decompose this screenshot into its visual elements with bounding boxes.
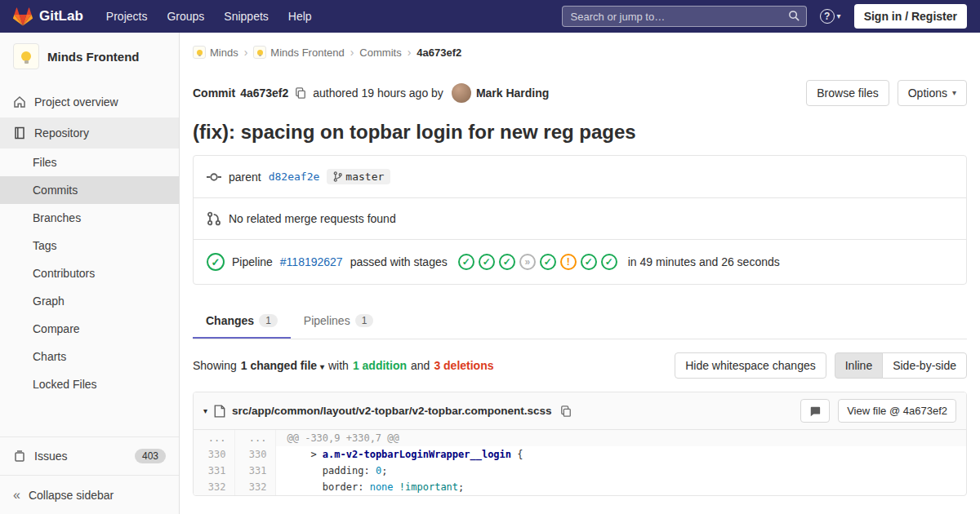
sidebar-item-project-overview[interactable]: Project overview	[0, 86, 179, 117]
pipeline-id-link[interactable]: #118192627	[280, 255, 343, 268]
collapse-sidebar-button[interactable]: « Collapse sidebar	[0, 475, 179, 514]
tab-pipelines[interactable]: Pipelines 1	[291, 304, 387, 339]
sidebar-nav: Project overview Repository	[0, 86, 179, 148]
inline-view-button[interactable]: Inline	[835, 352, 883, 379]
new-line-number[interactable]: 331	[234, 463, 275, 479]
pipeline-passed-icon[interactable]: ✓	[207, 253, 225, 271]
showing-label: Showing	[193, 359, 237, 372]
breadcrumb: Minds › Minds Frontend › Commits › 4a673…	[193, 33, 967, 72]
stage-passed-icon[interactable]: ✓	[458, 254, 474, 270]
sidebar-item-graph[interactable]: Graph	[0, 287, 179, 315]
hide-whitespace-button[interactable]: Hide whitespace changes	[675, 352, 826, 379]
sidebar-item-label: Issues	[34, 450, 67, 463]
project-avatar	[13, 43, 39, 69]
toggle-comments-button[interactable]	[800, 399, 830, 423]
stage-passed-icon[interactable]: ✓	[499, 254, 515, 270]
parent-sha-link[interactable]: d82eaf2e	[269, 171, 320, 183]
sidebar-item-contributors[interactable]: Contributors	[0, 259, 179, 287]
sidebar-item-issues[interactable]: Issues 403	[0, 437, 179, 475]
sidebar-item-repository[interactable]: Repository	[0, 117, 179, 148]
hunk-header-text: @@ -330,9 +330,7 @@	[275, 430, 966, 446]
file-path[interactable]: src/app/common/layout/v2-topbar/v2-topba…	[232, 405, 552, 417]
old-line-number[interactable]: 332	[194, 479, 234, 495]
sidebar-item-compare[interactable]: Compare	[0, 315, 179, 343]
chevron-down-icon: ▾	[952, 89, 956, 97]
stage-passed-icon[interactable]: ✓	[581, 254, 597, 270]
help-dropdown[interactable]: ? ▾	[813, 9, 848, 24]
pipelines-count-badge: 1	[355, 314, 374, 327]
repo-submenu: FilesCommitsBranchesTagsContributorsGrap…	[0, 148, 179, 398]
options-dropdown-button[interactable]: Options ▾	[898, 80, 967, 106]
search-input[interactable]	[562, 6, 807, 27]
view-file-button[interactable]: View file @ 4a673ef2	[838, 399, 956, 423]
file-icon	[214, 405, 225, 418]
collapse-diff-icon[interactable]: ▾	[203, 407, 207, 415]
sign-in-button[interactable]: Sign in / Register	[854, 4, 967, 29]
breadcrumb-separator-icon: ›	[244, 46, 248, 59]
sidebar-item-charts[interactable]: Charts	[0, 343, 179, 370]
changes-count-badge: 1	[259, 314, 278, 327]
stage-passed-icon[interactable]: ✓	[601, 254, 617, 270]
diff-lines: ... ... @@ -330,9 +330,7 @@ 330330 > a.m…	[194, 430, 966, 495]
new-line-number[interactable]: 330	[234, 446, 275, 463]
code-line: border: none !important;	[275, 479, 966, 495]
search-icon[interactable]	[788, 10, 800, 22]
sidebar-item-files[interactable]: Files	[0, 148, 179, 176]
pipeline-stages: ✓✓✓»✓!✓✓	[458, 254, 617, 270]
breadcrumb-commits[interactable]: Commits	[359, 47, 401, 59]
lightbulb-icon	[21, 51, 31, 61]
sidebar-item-tags[interactable]: Tags	[0, 232, 179, 259]
stage-passed-icon[interactable]: ✓	[479, 254, 495, 270]
diff-line: 330330 > a.m-v2-topbarLoginWrapper__logi…	[194, 446, 966, 463]
diff-view-toggle: Inline Side-by-side	[835, 352, 967, 379]
nav-groups[interactable]: Groups	[158, 5, 212, 28]
commit-label: Commit	[193, 86, 235, 100]
diff-table: ... ... @@ -330,9 +330,7 @@ 330330 > a.m…	[194, 430, 966, 495]
commit-title: (fix): spacing on topbar login for new r…	[193, 121, 967, 144]
project-context[interactable]: Minds Frontend	[0, 33, 179, 80]
main-content: Minds › Minds Frontend › Commits › 4a673…	[180, 33, 980, 514]
new-line-number: ...	[234, 430, 275, 446]
merge-request-icon	[207, 211, 221, 226]
nav-snippets[interactable]: Snippets	[216, 5, 276, 28]
diff-file-header: ▾ src/app/common/layout/v2-topbar/v2-top…	[194, 392, 966, 430]
sidebar-item-label: Repository	[34, 126, 89, 140]
branch-chip[interactable]: master	[327, 169, 390, 184]
copy-path-button[interactable]	[559, 404, 573, 419]
browse-files-button[interactable]: Browse files	[806, 80, 889, 106]
commit-tabs: Changes 1 Pipelines 1	[193, 304, 967, 339]
primary-nav: Projects Groups Snippets Help	[98, 5, 320, 28]
nav-projects[interactable]: Projects	[98, 5, 156, 28]
author-avatar[interactable]	[452, 83, 471, 103]
code-line: padding: 0;	[275, 463, 966, 479]
breadcrumb-project[interactable]: Minds Frontend	[253, 46, 344, 59]
diff-line: 332332 border: none !important;	[194, 479, 966, 495]
chevron-down-icon: ▾	[837, 12, 841, 20]
diff-summary-bar: Showing 1 changed file ▾ with 1 addition…	[193, 352, 967, 379]
sidebar-item-commits[interactable]: Commits	[0, 176, 179, 204]
breadcrumb-separator-icon: ›	[350, 46, 354, 59]
stage-passed-icon[interactable]: ✓	[540, 254, 556, 270]
side-by-side-view-button[interactable]: Side-by-side	[882, 352, 967, 379]
nav-help[interactable]: Help	[280, 5, 320, 28]
sidebar-item-locked-files[interactable]: Locked Files	[0, 370, 179, 398]
new-line-number[interactable]: 332	[234, 479, 275, 495]
old-line-number[interactable]: 330	[194, 446, 234, 463]
pipeline-label: Pipeline	[232, 255, 273, 268]
sidebar-item-branches[interactable]: Branches	[0, 204, 179, 232]
commit-header: Commit 4a673ef2 authored 19 hours ago by…	[193, 80, 967, 106]
breadcrumb-group[interactable]: Minds	[193, 46, 238, 59]
copy-sha-button[interactable]	[293, 86, 308, 100]
tab-changes[interactable]: Changes 1	[193, 304, 291, 339]
tanuki-icon	[13, 7, 33, 26]
stage-warning-icon[interactable]: !	[560, 254, 577, 270]
stage-skipped-icon[interactable]: »	[519, 254, 536, 270]
double-chevron-left-icon: «	[13, 488, 20, 503]
sidebar-bottom-section: Issues 403	[0, 436, 179, 475]
gitlab-logo[interactable]: GitLab	[13, 7, 83, 26]
changed-files-dropdown[interactable]: 1 changed file ▾	[241, 359, 324, 372]
diff-line: 331331 padding: 0;	[194, 463, 966, 479]
author-name[interactable]: Mark Harding	[476, 86, 549, 100]
old-line-number[interactable]: 331	[194, 463, 234, 479]
group-avatar	[193, 46, 206, 59]
